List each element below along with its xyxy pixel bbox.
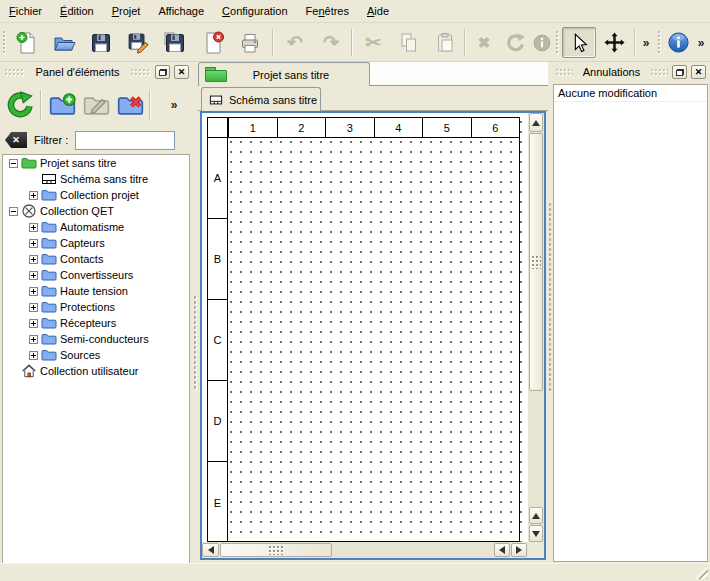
save-button[interactable]	[84, 27, 118, 58]
tree-item-recepteurs[interactable]: Récepteurs	[3, 315, 189, 331]
tree-item-schema-sans-titre[interactable]: Schéma sans titre	[3, 171, 189, 187]
resize-grip[interactable]	[695, 566, 708, 579]
close-dock-button[interactable]: ✕	[174, 65, 189, 79]
expand-expander[interactable]	[29, 319, 38, 328]
tree-item-collection-projet[interactable]: Collection projet	[3, 187, 189, 203]
rotate-icon	[504, 32, 526, 54]
save-as-button[interactable]	[121, 27, 155, 58]
scroll-up-button-2[interactable]	[529, 507, 543, 524]
pan-mode-button[interactable]	[598, 27, 630, 58]
toolbar-drag-handle[interactable]	[657, 30, 662, 55]
elements-panel-titlebar[interactable]: Panel d'éléments ✕	[2, 62, 191, 82]
expand-expander[interactable]	[29, 335, 38, 344]
vertical-scrollbar[interactable]	[528, 113, 544, 542]
expand-expander[interactable]	[29, 191, 38, 200]
cut-button-disabled[interactable]: ✂	[356, 27, 390, 58]
folder-icon	[41, 267, 57, 283]
collapse-expander[interactable]	[9, 207, 18, 216]
tree-item-protections[interactable]: Protections	[3, 299, 189, 315]
vertical-scroll-thumb[interactable]	[529, 133, 543, 391]
menu-fenetres[interactable]: Fenêtres	[297, 2, 358, 20]
print-button[interactable]	[233, 27, 267, 58]
scroll-down-button[interactable]	[529, 525, 543, 542]
diagram-border-frame: 1 2 3 4 5 6 A B C D E	[207, 117, 520, 542]
scroll-right-button[interactable]	[511, 543, 527, 557]
tree-item-collection-qet[interactable]: Collection QET	[3, 203, 189, 219]
undo-panel-titlebar[interactable]: Annulations ✕	[553, 62, 708, 82]
float-dock-button[interactable]	[155, 65, 170, 79]
horizontal-scrollbar[interactable]	[202, 542, 528, 558]
toolbar-drag-handle[interactable]	[2, 30, 7, 55]
tree-item-projet-sans-titre[interactable]: Projet sans titre	[3, 155, 189, 171]
toolbar-separator	[464, 29, 465, 56]
close-dock-button[interactable]: ✕	[691, 65, 706, 79]
scroll-left-button[interactable]	[202, 543, 219, 557]
tree-item-semi-conducteurs[interactable]: Semi-conducteurs	[3, 331, 189, 347]
folder-icon	[41, 331, 57, 347]
delete-button-disabled[interactable]: ✖	[468, 27, 500, 58]
diagram-canvas[interactable]: 1 2 3 4 5 6 A B C D E	[202, 113, 528, 542]
tree-item-sources[interactable]: Sources	[3, 347, 189, 363]
expand-expander[interactable]	[29, 351, 38, 360]
save-all-button[interactable]	[158, 27, 192, 58]
edit-category-button-disabled[interactable]	[79, 86, 113, 124]
menu-projet[interactable]: Projet	[103, 2, 150, 20]
reload-icon	[5, 91, 33, 119]
toolbar-overflow-button[interactable]: »	[692, 27, 710, 58]
menu-configuration[interactable]: Configuration	[213, 2, 296, 20]
diagram-view[interactable]: 1 2 3 4 5 6 A B C D E	[200, 111, 546, 560]
menu-aide[interactable]: Aide	[358, 2, 398, 20]
paste-button-disabled[interactable]	[428, 27, 462, 58]
expand-expander[interactable]	[29, 287, 38, 296]
filter-input[interactable]	[75, 131, 175, 150]
tree-item-haute-tension[interactable]: Haute tension	[3, 283, 189, 299]
collapse-expander[interactable]	[9, 159, 18, 168]
expand-expander[interactable]	[29, 223, 38, 232]
save-all-icon	[163, 31, 187, 55]
diagram-info-button[interactable]	[663, 27, 693, 58]
frame-corner-cell	[208, 118, 227, 138]
toolbar-separator	[149, 90, 150, 120]
delete-category-button[interactable]	[113, 86, 147, 124]
scroll-left-button-2[interactable]	[494, 543, 510, 557]
open-document-button[interactable]	[47, 27, 81, 58]
tree-item-convertisseurs[interactable]: Convertisseurs	[3, 267, 189, 283]
menu-edition[interactable]: Édition	[51, 2, 103, 20]
undo-button-disabled[interactable]: ↶	[278, 27, 312, 58]
element-info-button-disabled[interactable]	[528, 27, 556, 58]
column-header-row: 1 2 3 4 5 6	[228, 118, 519, 138]
tree-item-capteurs[interactable]: Capteurs	[3, 235, 189, 251]
float-dock-button[interactable]	[672, 65, 687, 79]
new-document-button[interactable]	[10, 27, 44, 58]
menu-fichier[interactable]: Fichier	[0, 2, 51, 20]
new-category-button[interactable]	[45, 86, 79, 124]
tree-item-automatisme[interactable]: Automatisme	[3, 219, 189, 235]
horizontal-scroll-thumb[interactable]	[220, 543, 332, 557]
expand-expander[interactable]	[29, 271, 38, 280]
redo-button-disabled[interactable]: ↷	[314, 27, 348, 58]
toolbar-overflow-button[interactable]: »	[637, 27, 655, 58]
save-icon	[89, 31, 113, 55]
rotate-button-disabled[interactable]	[500, 27, 530, 58]
close-document-button[interactable]	[196, 27, 230, 58]
float-icon	[676, 69, 684, 76]
clear-filter-icon[interactable]: ✕	[5, 132, 27, 148]
expand-expander[interactable]	[29, 239, 38, 248]
tab-projet-sans-titre[interactable]: Projet sans titre	[198, 62, 370, 86]
tree-item-collection-utilisateur[interactable]: Collection utilisateur	[3, 363, 189, 379]
tab-schema-sans-titre[interactable]: Schéma sans titre	[201, 87, 321, 111]
chevron-right-icon: »	[171, 98, 178, 112]
undo-list-item[interactable]: Aucune modification	[554, 85, 707, 102]
tree-item-contacts[interactable]: Contacts	[3, 251, 189, 267]
reload-collections-button[interactable]	[2, 86, 36, 124]
scroll-up-button[interactable]	[529, 113, 543, 132]
expand-expander[interactable]	[29, 303, 38, 312]
expand-expander[interactable]	[29, 255, 38, 264]
copy-button-disabled[interactable]	[392, 27, 426, 58]
filter-label: Filtrer :	[34, 134, 68, 146]
selection-mode-button[interactable]	[562, 27, 596, 58]
panel-overflow-button[interactable]: »	[162, 86, 186, 124]
undo-history-list[interactable]: Aucune modification	[553, 84, 708, 562]
toolbar-drag-handle[interactable]	[555, 30, 560, 55]
menu-affichage[interactable]: Affichage	[149, 2, 213, 20]
